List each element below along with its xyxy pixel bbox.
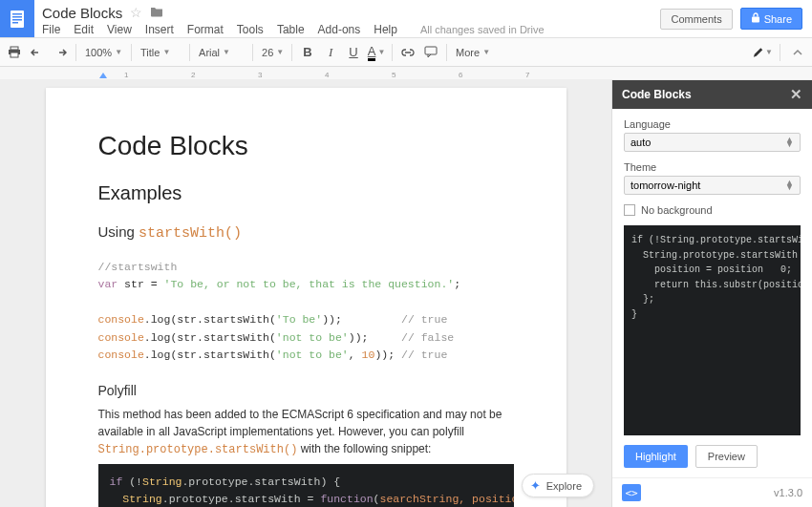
docs-logo[interactable] [0, 0, 34, 37]
page-title[interactable]: Code Blocks [98, 131, 514, 161]
explore-icon: ✦ [530, 478, 541, 493]
chevron-updown-icon: ▲▼ [785, 180, 794, 191]
expand-icon[interactable] [787, 42, 808, 63]
version-label: v1.3.0 [774, 487, 802, 498]
code-block-dark[interactable]: if (!String.prototype.startsWith) { Stri… [98, 464, 514, 507]
paragraph-polyfill[interactable]: This method has been added to the ECMASc… [98, 406, 514, 458]
style-select[interactable]: Title▼ [137, 45, 184, 60]
star-icon[interactable]: ☆ [130, 5, 142, 20]
indent-marker-icon[interactable] [99, 73, 107, 78]
font-select[interactable]: Arial▼ [195, 45, 247, 60]
comment-icon[interactable] [420, 42, 441, 63]
chevron-updown-icon: ▲▼ [785, 137, 794, 148]
share-label: Share [764, 13, 792, 25]
toolbar: 100%▼ Title▼ Arial▼ 26▼ B I U A▼ More▼ ▼ [0, 38, 812, 67]
font-size-select[interactable]: 26▼ [258, 45, 287, 60]
close-icon[interactable]: ✕ [790, 86, 802, 103]
heading-examples[interactable]: Examples [98, 182, 514, 204]
menu-help[interactable]: Help [374, 23, 397, 36]
menu-edit[interactable]: Edit [74, 23, 94, 36]
svg-rect-1 [12, 13, 22, 15]
zoom-select[interactable]: 100%▼ [81, 45, 126, 60]
document-canvas[interactable]: Code Blocks Examples Using startsWith() … [0, 80, 611, 507]
explore-button[interactable]: ✦ Explore [522, 474, 594, 497]
menu-insert[interactable]: Insert [145, 23, 174, 36]
document-title[interactable]: Code Blocks [42, 5, 122, 21]
svg-rect-4 [12, 22, 18, 24]
italic-button[interactable]: I [320, 42, 341, 63]
edit-mode-icon[interactable]: ▼ [752, 42, 773, 63]
sidebar-code-preview: if (!String.prototype.startsWith) { Stri… [624, 225, 801, 435]
menu-table[interactable]: Table [277, 23, 305, 36]
svg-rect-6 [11, 47, 18, 50]
heading-polyfill[interactable]: Polyfill [98, 383, 514, 398]
share-button[interactable]: Share [740, 8, 802, 30]
code-block-light[interactable]: //startswith var str = 'To be, or not to… [98, 251, 514, 381]
menu-file[interactable]: File [42, 23, 60, 36]
comments-button[interactable]: Comments [660, 9, 732, 30]
highlight-button[interactable]: Highlight [624, 445, 688, 468]
save-status: All changes saved in Drive [420, 24, 545, 35]
sidebar-title: Code Blocks [622, 88, 692, 101]
svg-rect-8 [11, 53, 18, 57]
svg-rect-2 [12, 16, 22, 18]
language-select[interactable]: auto ▲▼ [624, 133, 801, 152]
menu-view[interactable]: View [107, 23, 132, 36]
lock-icon [751, 12, 760, 25]
folder-icon[interactable] [150, 5, 163, 20]
ruler[interactable]: 1 2 3 4 5 6 7 [0, 67, 812, 80]
svg-rect-3 [12, 19, 22, 21]
theme-select[interactable]: tomorrow-night ▲▼ [624, 176, 801, 195]
sidebar: Code Blocks ✕ Language auto ▲▼ Theme tom… [611, 80, 812, 507]
link-icon[interactable] [397, 42, 418, 63]
bold-button[interactable]: B [297, 42, 318, 63]
language-label: Language [624, 118, 801, 130]
svg-rect-5 [752, 17, 759, 23]
code-icon[interactable]: <> [622, 484, 641, 501]
more-button[interactable]: More▼ [452, 45, 494, 60]
redo-icon[interactable] [50, 42, 71, 63]
menu-format[interactable]: Format [187, 23, 224, 36]
preview-button[interactable]: Preview [695, 445, 758, 468]
heading-using[interactable]: Using startsWith() [98, 223, 514, 242]
theme-label: Theme [624, 161, 801, 173]
menu-addons[interactable]: Add-ons [318, 23, 361, 36]
menu-bar: File Edit View Insert Format Tools Table… [42, 21, 652, 38]
no-background-checkbox[interactable]: No background [624, 204, 801, 216]
text-color-button[interactable]: A▼ [366, 42, 387, 63]
page[interactable]: Code Blocks Examples Using startsWith() … [46, 88, 566, 507]
svg-rect-9 [425, 47, 437, 54]
checkbox-icon[interactable] [624, 204, 635, 216]
print-icon[interactable] [4, 42, 25, 63]
underline-button[interactable]: U [343, 42, 364, 63]
menu-tools[interactable]: Tools [237, 23, 264, 36]
undo-icon[interactable] [27, 42, 48, 63]
